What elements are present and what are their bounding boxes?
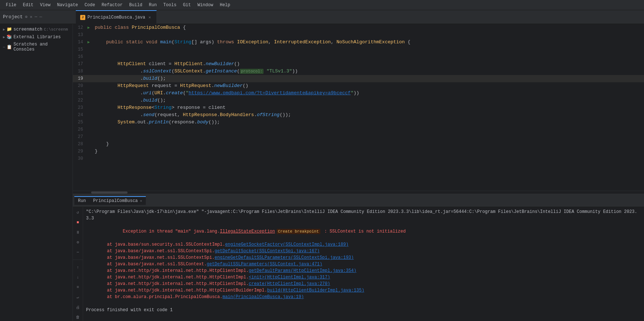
line-number-18: 18 — [73, 68, 87, 75]
wrap-button[interactable]: ↵ — [74, 293, 82, 301]
clear-button[interactable]: ≡ — [74, 284, 82, 291]
line-number-17: 17 — [73, 60, 87, 68]
console-line-stack-9: at br.com.alura.principal.PrincipalComBu… — [83, 294, 644, 300]
line-number-15: 15 — [73, 46, 87, 53]
menu-help[interactable]: Help — [217, 1, 233, 9]
stack-link-4[interactable]: getDefaultSSLParameters(SSLContext.java:… — [207, 262, 322, 267]
console-output[interactable]: "C:\Program Files\Java\jdk-17\bin\java.e… — [83, 207, 644, 321]
code-line-30: 30 — [73, 155, 644, 162]
code-content-17: HttpClient client = HttpClient.newBuilde… — [93, 60, 644, 68]
line-number-16: 16 — [73, 53, 87, 60]
expand-arrow-icon-3: — — [3, 45, 5, 49]
stack-link-3[interactable]: engineGetDefaultSSLParameters(SSLContext… — [215, 255, 354, 260]
sidebar-item-scratches[interactable]: — 📋 Scratches and Consoles — [0, 41, 73, 53]
menu-tools[interactable]: Tools — [160, 1, 179, 9]
console-text-stack-7: at java.net.http/jdk.internal.net.http.H… — [86, 281, 641, 287]
pause-button[interactable]: ⏸ — [74, 229, 82, 236]
code-line-16: 16 — [73, 53, 644, 60]
code-line-21: 21 .uri(URI.create("https://www.omdbapi.… — [73, 90, 644, 97]
console-text-stack-9: at br.com.alura.principal.PrincipalComBu… — [86, 294, 641, 300]
tab-principal-com-busca[interactable]: J PrincipalComBusca.java ✕ — [76, 10, 157, 24]
line-number-22: 22 — [73, 97, 87, 104]
console-line-exit: Process finished with exit code 1 — [83, 307, 644, 313]
console-line-exception: Exception in thread "main" java.lang.Ill… — [83, 222, 644, 241]
rerun-button[interactable]: ↺ — [74, 209, 82, 216]
code-line-20: 20 HttpRequest request = HttpRequest.new… — [73, 82, 644, 90]
line-number-14: 14 — [73, 39, 87, 46]
menu-window[interactable]: Window — [195, 1, 216, 9]
project-icon-x: ✕ — [30, 14, 32, 20]
console-text-exception: Exception in thread "main" java.lang.Ill… — [86, 222, 641, 241]
print-button[interactable]: 🖨 — [74, 303, 82, 311]
line-number-26: 26 — [73, 126, 87, 133]
more-button[interactable]: ⋯ — [74, 248, 82, 256]
menu-refactor[interactable]: Refactor — [99, 1, 126, 9]
sidebar-screenmatch-label: screenmatch — [13, 27, 42, 32]
line-number-20: 20 — [73, 82, 87, 90]
menu-build[interactable]: Build — [126, 1, 145, 9]
bottom-inner: ↺ ■ ⏸ ⚙ ⋯ ↑ ↓ ≡ ↵ 🖨 🗑 "C:\Program F — [73, 207, 644, 321]
line-number-30: 30 — [73, 155, 87, 162]
stack-link-8[interactable]: build(HttpClientBuilderImpl.java:135) — [267, 288, 364, 293]
top-bar: Project ⊕ ✕ ⋯ — J PrincipalComBusca.java… — [0, 10, 644, 24]
sidebar-item-screenmatch[interactable]: ▶ 📁 screenmatch C:\screenm — [0, 25, 73, 33]
code-line-12: 12 ▶ public class PrincipalComBusca { — [73, 24, 644, 31]
line-number-24: 24 — [73, 111, 87, 119]
library-icon: 📚 — [7, 34, 12, 40]
code-line-24: 24 .send(request, HttpResponse.BodyHandl… — [73, 111, 644, 119]
menu-edit[interactable]: Edit — [20, 1, 36, 9]
stack-link-7[interactable]: create(HttpClientImpl.java:270) — [249, 281, 330, 286]
menu-navigate[interactable]: Navigate — [54, 1, 81, 9]
code-line-17: 17 HttpClient client = HttpClient.newBui… — [73, 60, 644, 68]
menu-file[interactable]: File — [3, 1, 19, 9]
bottom-tab-close-icon[interactable]: ✕ — [140, 199, 142, 203]
run-arrow-12[interactable]: ▶ — [87, 24, 93, 31]
code-line-14: 14 ▶ public static void main(String[] ar… — [73, 39, 644, 46]
project-icon-minimize: — — [39, 15, 42, 20]
console-text-stack-3: at java.base/javax.net.ssl.SSLContextSpi… — [86, 254, 641, 261]
code-content-20: HttpRequest request = HttpRequest.newBui… — [93, 82, 644, 90]
menu-view[interactable]: View — [37, 1, 54, 9]
delete-button[interactable]: 🗑 — [74, 313, 82, 321]
console-line-stack-7: at java.net.http/jdk.internal.net.http.H… — [83, 281, 644, 287]
principal-tab[interactable]: PrincipalComBusca ✕ — [90, 196, 146, 205]
line-number-27: 27 — [73, 133, 87, 140]
sidebar-item-external-libraries[interactable]: ▶ 📚 External Libraries — [0, 33, 73, 41]
code-line-29: 29 } — [73, 148, 644, 155]
console-line-stack-8: at java.net.http/jdk.internal.net.http.H… — [83, 287, 644, 294]
expand-arrow-icon-2: ▶ — [3, 35, 5, 39]
sidebar-screenmatch-path: C:\screenm — [44, 27, 68, 32]
stack-link-2[interactable]: getDefaultSocket(SSLContextSpi.java:167) — [215, 249, 320, 254]
horizontal-scrollbar[interactable] — [73, 191, 644, 194]
scroll-up-button[interactable]: ↑ — [74, 263, 82, 271]
expand-arrow-icon: ▶ — [3, 27, 5, 32]
settings-button[interactable]: ⚙ — [74, 238, 82, 246]
line-number-21: 21 — [73, 90, 87, 97]
menu-git[interactable]: Git — [180, 1, 194, 9]
stack-link-5[interactable]: getDefaultParams(HttpClientImpl.java:354… — [249, 268, 356, 273]
menu-code[interactable]: Code — [82, 1, 98, 9]
horizontal-scrollbar-thumb[interactable] — [91, 191, 128, 194]
run-arrow-14[interactable]: ▶ — [87, 39, 93, 46]
stack-link-6[interactable]: <init>(HttpClientImpl.java:317) — [249, 275, 330, 280]
code-content-22: .build(); — [93, 97, 644, 104]
stack-link-1[interactable]: engineGetSocketFactory(SSLContextImpl.ja… — [225, 242, 348, 247]
tab-close-button[interactable]: ✕ — [147, 15, 152, 20]
code-content-23: HttpResponse<String> response = client — [93, 104, 644, 111]
scratches-icon: 📋 — [7, 44, 12, 50]
menu-bar: File Edit View Navigate Code Refactor Bu… — [0, 0, 644, 10]
code-lines: 12 ▶ public class PrincipalComBusca { 13… — [73, 24, 644, 162]
editor-area: 12 ▶ public class PrincipalComBusca { 13… — [73, 24, 644, 321]
run-tab[interactable]: Run — [74, 196, 90, 205]
project-label[interactable]: Project ⊕ ✕ ⋯ — — [3, 14, 76, 20]
run-tab-label: Run — [78, 198, 86, 203]
code-content-21: .uri(URI.create("https://www.omdbapi.com… — [93, 90, 644, 97]
project-icon-dots: ⋯ — [35, 14, 37, 20]
code-editor[interactable]: 12 ▶ public class PrincipalComBusca { 13… — [73, 24, 644, 191]
menu-run[interactable]: Run — [146, 1, 160, 9]
stop-button[interactable]: ■ — [74, 218, 82, 226]
code-content-25: System.out.println(response.body()); — [93, 119, 644, 126]
scroll-down-button[interactable]: ↓ — [74, 274, 82, 281]
stack-link-9[interactable]: main(PrincipalComBusca.java:19) — [222, 294, 304, 300]
code-line-23: 23 HttpResponse<String> response = clien… — [73, 104, 644, 111]
